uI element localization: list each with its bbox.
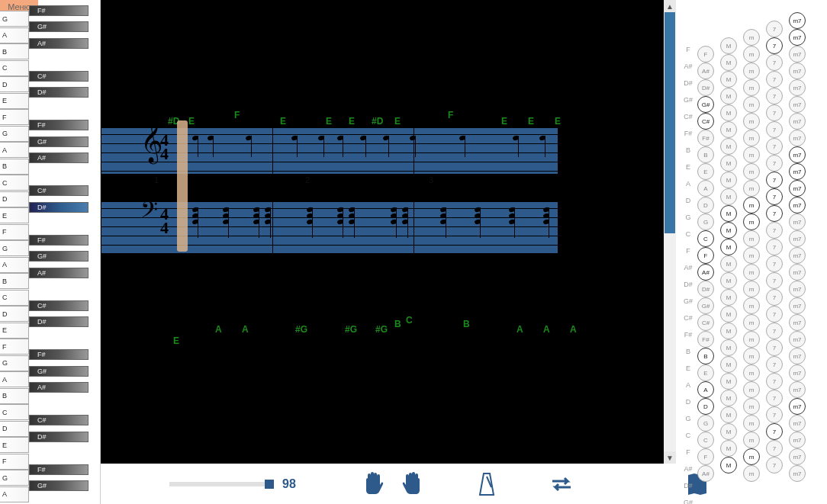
black-key-G#[interactable]: G# bbox=[29, 251, 88, 262]
chord-button[interactable]: m bbox=[743, 180, 760, 197]
chord-button[interactable]: M bbox=[720, 88, 737, 104]
chord-button[interactable]: m7 bbox=[789, 12, 806, 29]
chord-button[interactable]: M bbox=[720, 440, 737, 457]
white-key-C[interactable]: C bbox=[0, 290, 29, 306]
chord-button[interactable]: m bbox=[743, 364, 760, 381]
chord-button[interactable]: m7 bbox=[789, 96, 806, 113]
chord-button[interactable]: E bbox=[697, 364, 714, 381]
chord-button[interactable]: m bbox=[743, 96, 760, 113]
chord-button[interactable]: M bbox=[720, 37, 737, 54]
black-key-C#[interactable]: C# bbox=[29, 185, 88, 196]
chord-button[interactable]: m7 bbox=[789, 197, 806, 213]
white-key-F[interactable]: F bbox=[0, 224, 29, 240]
chord-button[interactable]: m bbox=[743, 348, 760, 364]
chord-button[interactable]: m bbox=[743, 63, 760, 79]
chord-button[interactable]: 7 bbox=[766, 423, 783, 440]
chord-button[interactable]: 7 bbox=[766, 188, 783, 205]
chord-button[interactable]: m7 bbox=[789, 163, 806, 180]
chord-button[interactable]: M bbox=[720, 272, 737, 289]
chord-button[interactable]: D# bbox=[697, 79, 714, 96]
white-key-E[interactable]: E bbox=[0, 437, 29, 453]
chord-button[interactable]: 7 bbox=[766, 155, 783, 172]
chord-button[interactable]: B bbox=[697, 348, 714, 364]
chord-button[interactable]: m bbox=[743, 264, 760, 281]
black-key-G#[interactable]: G# bbox=[29, 366, 88, 377]
white-key-G[interactable]: G bbox=[0, 126, 29, 142]
white-key-A[interactable]: A bbox=[0, 371, 29, 387]
chord-button[interactable]: B bbox=[697, 146, 714, 163]
left-hand-button[interactable] bbox=[362, 472, 386, 496]
black-key-F#[interactable]: F# bbox=[29, 464, 88, 475]
chord-button[interactable]: 7 bbox=[766, 339, 783, 356]
chord-button[interactable]: m bbox=[743, 415, 760, 432]
chord-button[interactable]: 7 bbox=[766, 222, 783, 239]
chord-button[interactable]: M bbox=[720, 423, 737, 440]
chord-button[interactable]: 7 bbox=[766, 406, 783, 423]
chord-button[interactable]: m7 bbox=[789, 281, 806, 297]
chord-button[interactable]: m7 bbox=[789, 264, 806, 281]
chord-button[interactable]: 7 bbox=[766, 88, 783, 104]
white-key-E[interactable]: E bbox=[0, 93, 29, 109]
chord-button[interactable]: m7 bbox=[789, 432, 806, 448]
tempo-slider-thumb[interactable] bbox=[265, 480, 274, 489]
scroll-thumb[interactable] bbox=[664, 12, 675, 233]
chord-button[interactable]: m7 bbox=[789, 46, 806, 63]
chord-button[interactable]: F# bbox=[697, 130, 714, 146]
loop-button[interactable] bbox=[549, 472, 574, 496]
black-key-C#[interactable]: C# bbox=[29, 300, 88, 311]
chord-button[interactable]: m7 bbox=[789, 79, 806, 96]
chord-button[interactable]: m7 bbox=[789, 465, 806, 482]
chord-button[interactable]: F bbox=[697, 46, 714, 63]
black-key-A#[interactable]: A# bbox=[29, 382, 88, 393]
chord-button[interactable]: A# bbox=[697, 264, 714, 281]
white-key-G[interactable]: G bbox=[0, 355, 29, 371]
chord-button[interactable]: 7 bbox=[766, 440, 783, 457]
white-key-G[interactable]: G bbox=[0, 11, 29, 27]
black-key-A#[interactable]: A# bbox=[29, 268, 88, 278]
chord-button[interactable]: 7 bbox=[766, 356, 783, 373]
chord-button[interactable]: m7 bbox=[789, 448, 806, 465]
playhead[interactable] bbox=[177, 120, 188, 252]
black-key-C#[interactable]: C# bbox=[29, 71, 88, 82]
white-key-B[interactable]: B bbox=[0, 273, 29, 289]
chord-button[interactable]: m7 bbox=[789, 63, 806, 79]
chord-button[interactable]: m7 bbox=[789, 180, 806, 197]
chord-button[interactable]: 7 bbox=[766, 289, 783, 306]
chord-button[interactable]: M bbox=[720, 306, 737, 323]
chord-button[interactable]: m7 bbox=[789, 297, 806, 314]
chord-button[interactable]: M bbox=[720, 255, 737, 272]
chord-button[interactable]: M bbox=[720, 390, 737, 406]
black-key-C#[interactable]: C# bbox=[29, 415, 88, 425]
white-key-A[interactable]: A bbox=[0, 486, 29, 502]
chord-button[interactable]: m bbox=[743, 130, 760, 146]
chord-button[interactable]: 7 bbox=[766, 239, 783, 255]
chord-button[interactable]: C# bbox=[697, 314, 714, 331]
chord-button[interactable]: m bbox=[743, 163, 760, 180]
chord-button[interactable]: M bbox=[720, 71, 737, 88]
chord-button[interactable]: D# bbox=[697, 281, 714, 297]
chord-button[interactable]: m7 bbox=[789, 247, 806, 264]
chord-button[interactable]: m bbox=[743, 381, 760, 398]
chord-button[interactable]: F bbox=[697, 247, 714, 264]
black-key-G#[interactable]: G# bbox=[29, 480, 88, 491]
chord-button[interactable]: m7 bbox=[789, 146, 806, 163]
chord-button[interactable]: m bbox=[743, 247, 760, 264]
chord-button[interactable]: 7 bbox=[766, 172, 783, 188]
chord-button[interactable]: 7 bbox=[766, 306, 783, 323]
white-key-E[interactable]: E bbox=[0, 323, 29, 339]
chord-button[interactable]: m7 bbox=[789, 331, 806, 348]
chord-button[interactable]: M bbox=[720, 155, 737, 172]
chord-button[interactable]: M bbox=[720, 289, 737, 306]
chord-button[interactable]: m7 bbox=[789, 130, 806, 146]
chord-button[interactable]: M bbox=[720, 54, 737, 71]
chord-button[interactable]: F# bbox=[697, 331, 714, 348]
chord-button[interactable]: M bbox=[720, 356, 737, 373]
chord-button[interactable]: 7 bbox=[766, 205, 783, 222]
chord-button[interactable]: 7 bbox=[766, 255, 783, 272]
chord-button[interactable]: A# bbox=[697, 465, 714, 482]
chord-button[interactable]: C bbox=[697, 230, 714, 247]
chord-button[interactable]: A bbox=[697, 180, 714, 197]
score-scrollbar[interactable]: ▲ ▼ bbox=[664, 0, 676, 464]
chord-button[interactable]: M bbox=[720, 188, 737, 205]
white-key-C[interactable]: C bbox=[0, 60, 29, 76]
